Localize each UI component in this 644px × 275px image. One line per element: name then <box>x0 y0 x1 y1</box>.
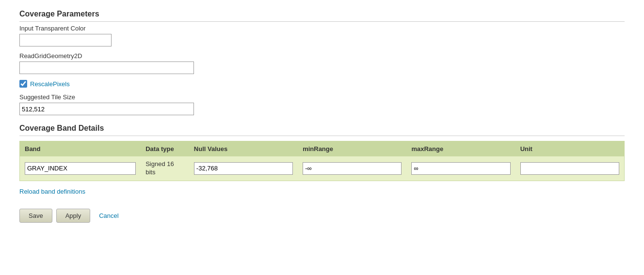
button-row: Save Apply Cancel <box>19 209 625 223</box>
read-grid-geometry-group: ReadGridGeometry2D <box>19 52 625 74</box>
transparent-color-label: Input Transparent Color <box>19 25 625 32</box>
data-type-cell: Signed 16 bits <box>141 156 189 181</box>
rescale-pixels-label[interactable]: RescalePixels <box>30 80 70 88</box>
null-values-cell <box>189 156 298 181</box>
rescale-pixels-checkbox[interactable] <box>19 80 27 88</box>
min-range-cell <box>298 156 406 181</box>
max-range-cell <box>406 156 515 181</box>
coverage-params-title: Coverage Parameters <box>19 10 625 22</box>
save-button[interactable]: Save <box>19 209 52 223</box>
band-name-input[interactable] <box>25 162 136 175</box>
transparent-color-group: Input Transparent Color <box>19 25 625 46</box>
rescale-pixels-group: RescalePixels <box>19 80 625 88</box>
band-table-wrapper: Band Data type Null Values minRange maxR… <box>19 141 625 181</box>
suggested-tile-size-group: Suggested Tile Size <box>19 93 625 115</box>
max-range-input[interactable] <box>411 162 510 175</box>
band-table: Band Data type Null Values minRange maxR… <box>20 141 624 181</box>
cancel-button[interactable]: Cancel <box>94 209 123 222</box>
band-name-cell <box>20 156 141 181</box>
read-grid-geometry-input[interactable] <box>19 61 194 74</box>
col-header-min: minRange <box>298 141 406 156</box>
data-type-value: Signed 16 bits <box>145 160 174 176</box>
table-row: Signed 16 bits <box>20 156 624 181</box>
min-range-input[interactable] <box>303 162 402 175</box>
suggested-tile-size-input[interactable] <box>19 103 194 115</box>
unit-cell <box>515 156 624 181</box>
band-table-header-row: Band Data type Null Values minRange maxR… <box>20 141 624 156</box>
col-header-max: maxRange <box>406 141 515 156</box>
coverage-params-section: Coverage Parameters Input Transparent Co… <box>19 10 625 115</box>
col-header-band: Band <box>20 141 141 156</box>
null-values-input[interactable] <box>194 162 293 175</box>
col-header-datatype: Data type <box>141 141 189 156</box>
coverage-band-section: Coverage Band Details Band Data type Nul… <box>19 124 625 195</box>
reload-band-definitions-link[interactable]: Reload band definitions <box>19 188 85 195</box>
col-header-null: Null Values <box>189 141 298 156</box>
col-header-unit: Unit <box>515 141 624 156</box>
unit-input[interactable] <box>520 162 619 175</box>
transparent-color-input[interactable] <box>19 34 112 46</box>
apply-button[interactable]: Apply <box>56 209 91 223</box>
coverage-band-title: Coverage Band Details <box>19 124 625 136</box>
suggested-tile-size-label: Suggested Tile Size <box>19 93 625 101</box>
read-grid-geometry-label: ReadGridGeometry2D <box>19 52 625 60</box>
